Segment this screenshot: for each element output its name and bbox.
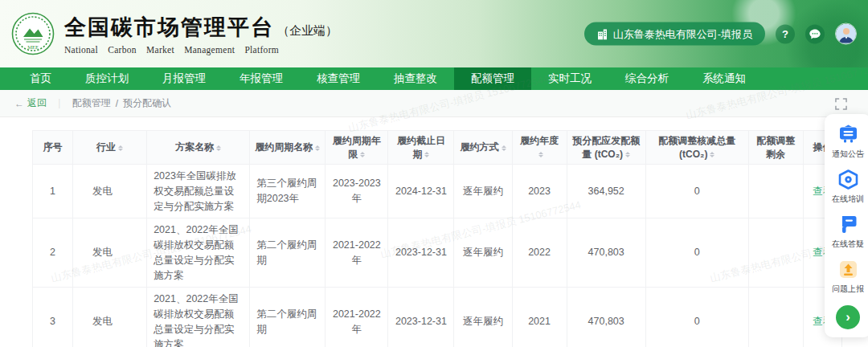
cell-cycle-years: 2023-2023年	[326, 165, 388, 218]
breadcrumb: ← 返回 ｜ 配额管理 / 预分配确认	[0, 90, 868, 117]
upload-icon	[837, 259, 859, 280]
cell-pre-allocated: 470,803	[567, 288, 645, 347]
online-training-button[interactable]: 在线培训	[832, 169, 864, 205]
chevron-right-icon: ›	[845, 309, 850, 325]
sort-icon[interactable]	[118, 145, 123, 151]
sort-icon[interactable]	[424, 152, 429, 157]
avatar[interactable]	[835, 23, 857, 45]
sort-icon[interactable]	[502, 145, 506, 151]
nav-item-analysis[interactable]: 综合分析	[608, 67, 686, 90]
cell-adjust-deduction: 0	[645, 288, 748, 347]
back-label: 返回	[27, 96, 47, 110]
col-header-adjust-remaining: 配额调整剩余	[748, 131, 803, 165]
breadcrumb-divider: ｜	[55, 96, 64, 110]
breadcrumb-section[interactable]: 配额管理	[72, 96, 111, 110]
table-row: 1 发电 2023年全国碳排放权交易配额总量设定与分配实施方案 第三个履约周期2…	[33, 165, 842, 218]
main-content: 山东鲁泰热电有限公司-填报员 15106772544 山东鲁泰热电有限公司-填报…	[0, 90, 868, 347]
cell-deadline: 2023-12-31	[388, 288, 454, 347]
cell-cycle-name: 第二个履约周期	[250, 218, 326, 288]
issue-report-button[interactable]: 问题上报	[832, 259, 864, 295]
page-title-suffix: （企业端）	[277, 23, 338, 39]
qa-flag-icon	[837, 214, 859, 235]
cell-cycle-years: 2021-2022年	[326, 288, 388, 347]
sort-icon[interactable]	[538, 152, 543, 157]
col-header-deadline[interactable]: 履约截止日期	[388, 131, 454, 165]
back-button[interactable]: ← 返回	[14, 96, 47, 110]
sort-icon[interactable]	[216, 145, 221, 151]
cell-cycle-years: 2021-2022年	[326, 218, 388, 288]
float-item-label: 在线培训	[832, 194, 864, 205]
cell-year: 2023	[512, 165, 567, 218]
page-title: 全国碳市场管理平台	[64, 13, 274, 42]
chat-bubble-icon	[809, 27, 821, 40]
building-icon	[597, 28, 608, 39]
collapse-panel-button[interactable]: ›	[836, 305, 860, 329]
cell-adjust-remaining	[748, 165, 803, 218]
breadcrumb-current: 预分配确认	[123, 96, 171, 110]
cell-adjust-remaining	[748, 218, 803, 288]
chat-button[interactable]	[805, 24, 825, 43]
cell-year: 2022	[512, 218, 567, 288]
nav-item-realtime-status[interactable]: 实时工况	[531, 67, 608, 90]
cell-method: 逐年履约	[454, 288, 512, 347]
fullscreen-icon[interactable]	[835, 98, 847, 113]
cell-method: 逐年履约	[454, 218, 512, 288]
cell-adjust-remaining	[748, 288, 803, 347]
cell-industry: 发电	[73, 288, 147, 347]
table-header-row: 序号 行业 方案名称 履约周期名称 履约周期年限 履约截止日期 履约方式 履约年…	[33, 131, 842, 165]
float-item-label: 通知公告	[832, 149, 864, 160]
announcement-icon	[837, 124, 859, 145]
quota-table: 序号 行业 方案名称 履约周期名称 履约周期年限 履约截止日期 履约方式 履约年…	[32, 130, 842, 347]
nav-item-quota-management[interactable]: 配额管理	[454, 67, 531, 90]
col-header-industry[interactable]: 行业	[73, 131, 147, 165]
sort-icon[interactable]	[625, 152, 630, 157]
main-nav: 首页 质控计划 月报管理 年报管理 核查管理 抽查整改 配额管理 实时工况 综合…	[0, 67, 868, 90]
cell-cycle-name: 第二个履约周期	[250, 288, 326, 347]
cell-index: 3	[33, 288, 73, 347]
cell-pre-allocated: 364,952	[567, 165, 645, 218]
cell-index: 2	[33, 218, 73, 288]
back-arrow-icon: ←	[14, 98, 24, 109]
cell-cycle-name: 第三个履约周期2023年	[250, 165, 326, 218]
sort-icon[interactable]	[360, 152, 365, 157]
cell-year: 2021	[512, 288, 567, 347]
title-block: 全国碳市场管理平台 （企业端） National Carbon Market M…	[64, 13, 338, 55]
user-company-badge[interactable]: 山东鲁泰热电有限公司-填报员	[584, 22, 765, 46]
nav-item-qc-plan[interactable]: 质控计划	[68, 67, 145, 90]
mee-logo-icon: MEE	[11, 12, 55, 55]
nav-item-system-notice[interactable]: 系统通知	[686, 67, 763, 90]
cell-plan-name: 2023年全国碳排放权交易配额总量设定与分配实施方案	[147, 165, 250, 218]
nav-item-monthly-report[interactable]: 月报管理	[145, 67, 223, 90]
notice-announcement-button[interactable]: 通知公告	[832, 124, 864, 160]
user-badge-label: 山东鲁泰热电有限公司-填报员	[613, 27, 752, 41]
breadcrumb-slash: /	[116, 98, 118, 109]
cell-method: 逐年履约	[454, 165, 512, 218]
col-header-plan-name[interactable]: 方案名称	[147, 131, 250, 165]
sort-icon[interactable]	[315, 145, 320, 151]
nav-item-home[interactable]: 首页	[13, 67, 68, 90]
app-header: MEE 全国碳市场管理平台 （企业端） National Carbon Mark…	[0, 0, 868, 67]
page-subtitle: National Carbon Market Management Platfo…	[64, 45, 338, 55]
col-header-cycle-years[interactable]: 履约周期年限	[326, 131, 388, 165]
cell-deadline: 2024-12-31	[388, 165, 454, 218]
cell-index: 1	[33, 165, 73, 218]
col-header-method[interactable]: 履约方式	[454, 131, 512, 165]
floating-tools-panel: 通知公告 在线培训 在线答疑	[825, 114, 868, 337]
nav-item-verification[interactable]: 核查管理	[300, 67, 377, 90]
question-icon: ?	[782, 28, 788, 40]
help-button[interactable]: ?	[776, 24, 795, 43]
nav-item-annual-report[interactable]: 年报管理	[223, 67, 300, 90]
cell-deadline: 2023-12-31	[388, 218, 454, 288]
table-row: 3 发电 2021、2022年全国碳排放权交易配额总量设定与分配实施方案 第二个…	[33, 288, 842, 347]
table-row: 2 发电 2021、2022年全国碳排放权交易配额总量设定与分配实施方案 第二个…	[33, 218, 842, 288]
float-item-label: 在线答疑	[832, 239, 864, 250]
col-header-adjust-deduction[interactable]: 配额调整核减总量 (tCO₂)	[645, 131, 748, 165]
nav-item-spot-check[interactable]: 抽查整改	[377, 67, 454, 90]
col-header-pre-allocated[interactable]: 预分配应发配额量 (tCO₂)	[567, 131, 645, 165]
col-header-cycle-name[interactable]: 履约周期名称	[250, 131, 326, 165]
logo-text: MEE	[27, 44, 39, 50]
online-qa-button[interactable]: 在线答疑	[832, 214, 864, 250]
col-header-year[interactable]: 履约年度	[512, 131, 567, 165]
col-header-index: 序号	[33, 131, 73, 165]
sort-icon[interactable]	[710, 152, 714, 157]
